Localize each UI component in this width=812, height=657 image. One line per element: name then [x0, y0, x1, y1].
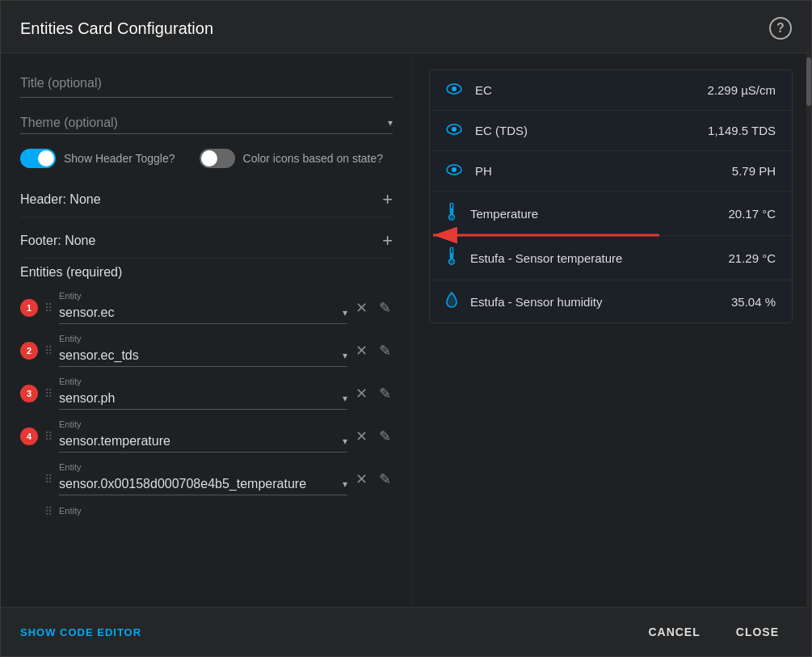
add-footer-button[interactable]: + — [382, 232, 393, 250]
entity-select-5[interactable]: sensor.0x00158d000708e4b5_temperature ▾ — [59, 474, 347, 495]
drag-handle-1[interactable]: ⠿ — [44, 301, 53, 314]
preview-label-estufa-hum: Estufa - Sensor humidity — [470, 295, 602, 309]
eye-icon-ph — [446, 162, 462, 179]
preview-row-ph: PH 5.79 PH — [430, 151, 792, 192]
preview-value-ec: 2.299 µS/cm — [707, 83, 776, 97]
chevron-down-icon-2: ▾ — [343, 350, 347, 361]
dialog-body: Theme (optional) ▾ Show Header Toggle? C… — [1, 53, 811, 607]
remove-entity-1-button[interactable]: ✕ — [354, 297, 369, 318]
preview-row-ph-left: PH — [446, 162, 492, 179]
drag-handle-6[interactable]: ⠿ — [44, 505, 53, 518]
chevron-down-icon-3: ▾ — [343, 393, 347, 404]
entity-select-1[interactable]: sensor.ec ▾ — [59, 302, 347, 324]
dialog-header: Entities Card Configuration ? — [1, 1, 811, 53]
drag-handle-2[interactable]: ⠿ — [44, 344, 53, 357]
drag-handle-4[interactable]: ⠿ — [44, 430, 53, 443]
entity-label-small-2: Entity — [59, 334, 347, 343]
close-button[interactable]: CLOSE — [723, 619, 792, 645]
color-icons-toggle-group: Color icons based on state? — [200, 149, 384, 168]
svg-point-3 — [452, 127, 456, 132]
preview-value-estufa-hum: 35.04 % — [731, 295, 776, 309]
edit-entity-5-button[interactable]: ✎ — [377, 469, 393, 490]
preview-card: EC 2.299 µS/cm EC (TDS) — [429, 69, 793, 323]
preview-row-ectds-left: EC (TDS) — [446, 122, 528, 139]
chevron-down-icon-4: ▾ — [343, 436, 347, 447]
entity-row-2: 2 ⠿ Entity sensor.ec_tds ▾ ✕ ✎ — [20, 334, 393, 367]
edit-entity-4-button[interactable]: ✎ — [377, 426, 393, 447]
edit-entity-3-button[interactable]: ✎ — [377, 383, 393, 404]
entity-select-2[interactable]: sensor.ec_tds ▾ — [59, 345, 347, 367]
theme-placeholder: Theme (optional) — [20, 116, 118, 130]
title-input[interactable] — [20, 69, 393, 98]
show-code-editor-button[interactable]: SHOW CODE EDITOR — [20, 626, 141, 638]
preview-label-ectds: EC (TDS) — [475, 124, 528, 137]
footer-label: Footer: None — [20, 234, 95, 248]
remove-entity-4-button[interactable]: ✕ — [354, 426, 369, 447]
drag-handle-3[interactable]: ⠿ — [44, 387, 53, 400]
eye-icon-ec — [446, 82, 462, 99]
entity-select-4[interactable]: sensor.temperature ▾ — [59, 431, 347, 453]
entity-number-3: 3 — [20, 385, 38, 402]
dialog-footer: SHOW CODE EDITOR CANCEL CLOSE — [1, 607, 811, 656]
add-header-button[interactable]: + — [382, 191, 393, 208]
entity-field-2: Entity sensor.ec_tds ▾ — [59, 334, 347, 367]
entity-select-3[interactable]: sensor.ph ▾ — [59, 388, 347, 410]
drop-icon-estufa-hum — [446, 292, 457, 311]
preview-row-ectds: EC (TDS) 1,149.5 TDS — [430, 111, 792, 151]
svg-point-5 — [452, 167, 456, 172]
entity-row-4: 4 ⠿ Entity sensor.temperature ▾ ✕ ✎ — [20, 419, 393, 453]
entity-actions-5: ✕ ✎ — [354, 469, 393, 490]
footer-right-buttons: CANCEL CLOSE — [635, 619, 792, 645]
entity-row-3: 3 ⠿ Entity sensor.ph ▾ ✕ ✎ — [20, 377, 393, 410]
preview-label-ph: PH — [475, 164, 492, 178]
entity-label-small-5: Entity — [59, 462, 347, 472]
remove-entity-2-button[interactable]: ✕ — [354, 340, 369, 361]
preview-value-temp: 20.17 °C — [728, 207, 776, 221]
header-toggle-knob — [38, 150, 54, 166]
entity-number-1: 1 — [20, 299, 38, 317]
preview-value-ectds: 1,149.5 TDS — [708, 124, 776, 137]
remove-entity-5-button[interactable]: ✕ — [354, 469, 369, 490]
preview-row-ec: EC 2.299 µS/cm — [430, 70, 792, 111]
header-toggle[interactable] — [20, 149, 56, 168]
scrollbar[interactable] — [806, 49, 811, 608]
entities-title: Entities (required) — [20, 265, 393, 280]
header-label: Header: None — [20, 192, 101, 207]
header-section-row: Header: None + — [20, 183, 393, 217]
drag-handle-5[interactable]: ⠿ — [44, 473, 53, 486]
entity-field-5: Entity sensor.0x00158d000708e4b5_tempera… — [59, 462, 347, 495]
eye-icon-ectds — [446, 122, 462, 139]
preview-value-ph: 5.79 PH — [732, 164, 776, 178]
preview-row-ec-left: EC — [446, 82, 492, 99]
entity-field-3: Entity sensor.ph ▾ — [59, 377, 347, 410]
entity-value-3: sensor.ph — [59, 391, 115, 406]
entity-field-6: Entity — [59, 506, 393, 517]
entity-actions-4: ✕ ✎ — [354, 426, 393, 447]
entity-actions-1: ✕ ✎ — [354, 297, 393, 318]
red-arrow-annotation — [425, 211, 667, 263]
theme-select[interactable]: Theme (optional) ▾ — [20, 112, 393, 134]
theme-field-group: Theme (optional) ▾ — [20, 112, 393, 134]
entity-number-4: 4 — [20, 427, 38, 445]
color-icons-toggle[interactable] — [200, 149, 235, 168]
help-icon[interactable]: ? — [769, 17, 792, 40]
entity-actions-3: ✕ ✎ — [354, 383, 393, 404]
scrollbar-thumb[interactable] — [806, 57, 811, 106]
edit-entity-2-button[interactable]: ✎ — [377, 340, 393, 361]
chevron-down-icon-1: ▾ — [343, 307, 347, 318]
header-toggle-group: Show Header Toggle? — [20, 149, 175, 168]
entity-label-small-3: Entity — [59, 377, 347, 386]
entity-field-4: Entity sensor.temperature ▾ — [59, 419, 347, 453]
remove-entity-3-button[interactable]: ✕ — [354, 383, 369, 404]
right-panel: EC 2.299 µS/cm EC (TDS) — [413, 53, 811, 607]
preview-value-estufa-temp: 21.29 °C — [728, 251, 776, 265]
footer-section-row: Footer: None + — [20, 224, 393, 259]
dialog: Entities Card Configuration ? Theme (opt… — [0, 0, 812, 657]
entity-row-5: ⠿ Entity sensor.0x00158d000708e4b5_tempe… — [20, 462, 393, 495]
edit-entity-1-button[interactable]: ✎ — [377, 297, 393, 318]
toggles-row: Show Header Toggle? Color icons based on… — [20, 149, 393, 168]
preview-row-estufa-hum: Estufa - Sensor humidity 35.04 % — [430, 280, 792, 322]
entity-value-5: sensor.0x00158d000708e4b5_temperature — [59, 477, 306, 491]
cancel-button[interactable]: CANCEL — [635, 619, 713, 645]
color-icons-label: Color icons based on state? — [243, 152, 384, 165]
